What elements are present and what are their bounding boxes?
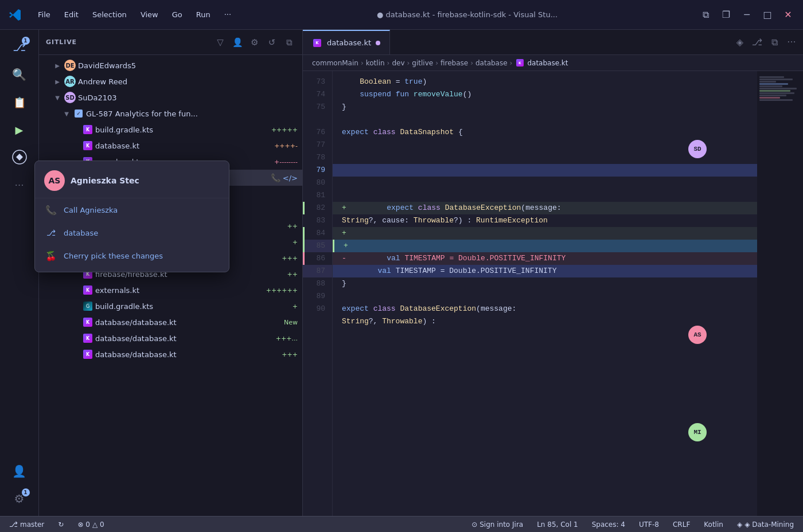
maximize-button[interactable]: □: [759, 7, 775, 23]
spaces-text: Spaces: 4: [592, 521, 625, 529]
menu-bar: File Edit Selection View Go Run ···: [32, 8, 237, 21]
status-line-ending[interactable]: CRLF: [671, 519, 692, 530]
code-line-90: expect class DatabaseException(message:: [333, 303, 757, 315]
window-title: ● database.kt - firebase-kotlin-sdk - Vi…: [246, 10, 688, 19]
status-encoding[interactable]: UTF-8: [637, 519, 661, 530]
activity-gitlive[interactable]: [7, 144, 32, 170]
menu-go[interactable]: Go: [166, 8, 188, 21]
tree-item-gl587[interactable]: ▼ ✓ GL-587 Analytics for the fun...: [39, 105, 302, 122]
activity-search[interactable]: 🔍: [7, 62, 32, 87]
close-button[interactable]: ✕: [780, 7, 796, 23]
code-line-79: [333, 164, 757, 177]
avatar-overlay-suda[interactable]: SD: [688, 140, 707, 158]
tree-item-andrewreed[interactable]: ▶ AR Andrew Reed: [39, 73, 302, 89]
spacer: [71, 318, 80, 327]
activity-explorer[interactable]: 📋: [7, 89, 32, 115]
activity-extensions[interactable]: ⋯: [7, 172, 32, 197]
copy-icon[interactable]: ❐: [718, 7, 734, 23]
tree-item-davidedwards[interactable]: ▶ DE DavidEdwards5: [39, 57, 302, 73]
menu-edit[interactable]: Edit: [59, 8, 84, 21]
breadcrumb-dev[interactable]: dev: [392, 59, 404, 67]
activity-settings[interactable]: ⚙ 1: [7, 486, 32, 511]
tab-modified-dot: [376, 41, 380, 45]
menu-selection[interactable]: Selection: [87, 8, 132, 21]
tree-item-externals[interactable]: K externals.kt ++++++: [39, 282, 302, 298]
editor-area: K database.kt ◈ ⎇ ⧉ ··· commonMain › kot…: [303, 30, 803, 516]
code-line-85: +: [333, 240, 757, 252]
tree-item-build-gradle-2[interactable]: G build.gradle.kts +: [39, 298, 302, 314]
window-controls: ⧉ ❐ ─ □ ✕: [697, 7, 796, 23]
breadcrumb-kotlin[interactable]: kotlin: [366, 59, 385, 67]
avatar-overlay-michael[interactable]: MI: [688, 423, 707, 441]
call-icon[interactable]: 📞: [271, 173, 280, 182]
activity-run[interactable]: ▶: [7, 117, 32, 142]
file-badge: +--------: [274, 158, 298, 166]
language-text: Kotlin: [704, 521, 723, 529]
tree-item-suda2103[interactable]: ▼ SD SuDa2103: [39, 89, 302, 105]
errors-text: ⊗ 0: [77, 521, 90, 529]
line-85: 85: [303, 240, 332, 252]
split-icon-btn[interactable]: ⧉: [283, 36, 295, 49]
status-errors[interactable]: ⊗ 0 △ 0: [75, 519, 106, 530]
activity-account[interactable]: 👤: [7, 459, 32, 484]
more-tab-icon[interactable]: ···: [785, 36, 798, 49]
code-editor[interactable]: Boolean = true) suspend fun removeValue(…: [333, 71, 757, 516]
menu-file[interactable]: File: [32, 8, 56, 21]
menu-more[interactable]: ···: [219, 8, 237, 21]
user-label: DavidEdwards5: [78, 61, 298, 70]
file-badge: +: [293, 303, 298, 310]
minimize-button[interactable]: ─: [739, 7, 755, 23]
status-signin[interactable]: ⊙ Sign into Jira: [469, 519, 525, 530]
refresh-icon-btn[interactable]: ↺: [266, 36, 278, 49]
gitlive-icon: ◈: [737, 521, 742, 529]
status-language[interactable]: Kotlin: [701, 519, 726, 530]
status-spaces[interactable]: Spaces: 4: [590, 519, 627, 530]
settings-icon-btn[interactable]: ⚙: [248, 36, 261, 49]
status-branch[interactable]: ⎇ master: [7, 519, 46, 530]
breadcrumb-database[interactable]: database: [475, 59, 508, 67]
layout-icon[interactable]: ⧉: [697, 7, 714, 23]
status-sync[interactable]: ↻: [56, 519, 66, 530]
tree-item-database-new[interactable]: K database/database.kt New: [39, 314, 302, 330]
status-position[interactable]: Ln 85, Col 1: [535, 519, 580, 530]
signin-text: Sign into Jira: [480, 521, 523, 529]
breadcrumb-commonmain[interactable]: commonMain: [312, 59, 358, 67]
settings-badge: 1: [22, 488, 30, 496]
line-79: 79: [303, 164, 332, 177]
vscode-logo: [7, 7, 23, 23]
user-label: Andrew Reed: [78, 77, 298, 86]
tree-item-database-kt[interactable]: K database.kt ++++-: [39, 138, 302, 154]
filter-icon-btn[interactable]: ▽: [214, 36, 227, 49]
breadcrumb-file[interactable]: database.kt: [527, 59, 568, 67]
tree-item-database-3[interactable]: K database/database.kt +++: [39, 346, 302, 362]
menu-view[interactable]: View: [135, 8, 164, 21]
file-label: database.kt: [95, 142, 270, 150]
title-bar: File Edit Selection View Go Run ··· ● da…: [0, 0, 803, 30]
file-label: externals.kt: [95, 286, 262, 295]
avatar-overlay-agnieszka-2[interactable]: AS: [688, 326, 707, 344]
layout-tab-icon[interactable]: ⧉: [767, 36, 781, 49]
tab-database-kt[interactable]: K database.kt: [303, 30, 390, 54]
kotlin-tab-icon: K: [312, 38, 322, 48]
breadcrumb-firebase[interactable]: firebase: [441, 59, 468, 67]
kotlin-file-icon: K: [83, 285, 93, 295]
spacer: [71, 285, 80, 295]
file-badge: ++++-: [274, 142, 298, 150]
file-label: build.gradle.kts: [95, 126, 267, 134]
branch-tab-icon[interactable]: ⎇: [750, 36, 764, 49]
kotlin-file-icon: K: [83, 124, 93, 135]
line-91: [303, 315, 332, 328]
code-line-75: }: [333, 101, 757, 114]
menu-run[interactable]: Run: [190, 8, 216, 21]
status-gitlive[interactable]: ◈ ◈ Data-Mining: [735, 519, 796, 530]
tree-item-build-gradle[interactable]: K build.gradle.kts +++++: [39, 122, 302, 138]
collapse-arrow: ▶: [53, 77, 62, 86]
activity-source-control[interactable]: ⎇ 1: [7, 34, 32, 60]
person-icon-btn[interactable]: 👤: [231, 36, 244, 49]
gitlive-tab-icon[interactable]: ◈: [733, 36, 747, 49]
file-badge: +: [293, 238, 298, 246]
breadcrumb-gitlive[interactable]: gitlive: [412, 59, 433, 67]
tree-item-database-2[interactable]: K database/database.kt +++...: [39, 330, 302, 346]
spacer: [71, 125, 80, 134]
code-icon[interactable]: </>: [283, 174, 298, 182]
